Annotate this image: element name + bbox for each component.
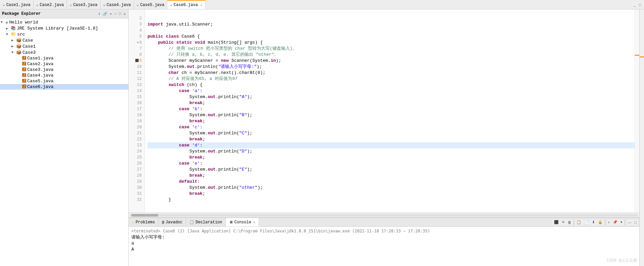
tree-item-hello-world[interactable]: ▼ ◈ Hello world (0, 19, 128, 26)
tab-case5[interactable]: ☕ Case5.java (134, 0, 168, 9)
tab-case3[interactable]: ☕ Case3.java (67, 0, 100, 9)
console-content: <terminated> Case6 (2) [Java Application… (129, 227, 639, 266)
link-editor-icon[interactable]: 🔗 (102, 11, 108, 16)
tab-case1[interactable]: ☕ Case1.java (0, 0, 34, 9)
tree-item-case[interactable]: ▶ 📦 Case (0, 37, 128, 43)
tab-label: Case4.java (107, 3, 131, 7)
separator (625, 220, 625, 225)
right-scrollbar[interactable] (635, 9, 639, 213)
code-content[interactable]: import java.util.Scanner; public class C… (145, 9, 635, 213)
tree-item-case1-java[interactable]: 🅹 Case1.java (0, 55, 128, 61)
package-explorer-header: Package Explorer ⬇ 🔗 ▾ — □ ✕ (0, 9, 128, 18)
tab-javadoc[interactable]: @ Javadoc (159, 218, 186, 226)
tree-item-case4-java[interactable]: 🅹 Case4.java (0, 73, 128, 78)
tree-item-case3-java[interactable]: 🅹 Case3.java (0, 67, 128, 73)
code-line: Scanner myScanner = new Scanner(System.i… (147, 58, 635, 64)
tree-item-case5-java[interactable]: 🅹 Case5.java (0, 78, 128, 84)
new-console-button[interactable]: + (606, 220, 611, 225)
hscroll-thumb[interactable] (131, 214, 158, 217)
tab-label: Case1.java (6, 3, 31, 7)
sidebar-toolbar: ⬇ 🔗 ▾ — □ ✕ (97, 11, 126, 16)
tree-item-jre[interactable]: ▶ 📚 JRE System Library [JavaSE-1.8] (0, 26, 128, 31)
code-line: // 使用 switch 把小写类型的 char 型转为大写(键盘输入)。 (147, 46, 635, 52)
tree-item-label: Case1.java (27, 56, 53, 61)
code-line: System.out.println("D"); (147, 148, 635, 154)
code-line: default: (147, 179, 635, 185)
code-line (147, 28, 635, 34)
code-line: } (147, 197, 635, 203)
code-line: public class Case6 { (147, 34, 635, 40)
code-line: break; (147, 118, 635, 124)
problems-icon: ⚠ (132, 220, 134, 224)
tab-label: Javadoc (166, 220, 182, 225)
tree-item-label: Case5.java (27, 79, 53, 84)
tree-item-case6-java[interactable]: 🅹 Case6.java (0, 84, 128, 90)
tab-declaration[interactable]: 📋 Declaration (186, 218, 226, 226)
tree-item-label: src (17, 32, 25, 37)
warning-marker (635, 55, 639, 56)
tree-item-src[interactable]: ▼ 📁 src (0, 31, 128, 37)
tab-close-icon[interactable]: ✕ (201, 3, 203, 7)
package-explorer-tree: ▼ ◈ Hello world ▶ 📚 JRE System Library [… (0, 18, 128, 266)
copy-button[interactable]: 📋 (575, 219, 583, 225)
code-line: case 'e': (147, 161, 635, 167)
scroll-lock-button[interactable]: 🔒 (597, 219, 604, 225)
tree-item-label: Case4.java (27, 73, 53, 78)
tree-item-case3[interactable]: ▼ 📦 Case3 (0, 49, 128, 55)
expand-icon: ▶ (6, 27, 11, 31)
tab-case2[interactable]: ☕ Case2.java (34, 0, 67, 9)
code-line: break; (147, 173, 635, 179)
tree-item-case1[interactable]: ▶ 📦 Case1 (0, 43, 128, 49)
code-line: case 'a': (147, 88, 635, 94)
pin-console-button[interactable]: 📌 (611, 219, 619, 225)
maximize-editor-button[interactable]: □ (638, 2, 643, 7)
console-output-line: 请输入小写字母: (131, 234, 637, 240)
java-file-icon: 🅹 (22, 79, 26, 84)
collapse-all-icon[interactable]: ⬇ (97, 11, 101, 16)
expand-icon: ▶ (11, 44, 16, 48)
horizontal-scrollbar[interactable] (129, 213, 639, 217)
java-file-icon: 🅹 (22, 84, 26, 89)
java-file-icon: ☕ (36, 3, 39, 7)
package-icon: 📦 (16, 38, 22, 43)
tab-label: Case2.java (40, 3, 64, 7)
tab-console[interactable]: 🖥 Console ✕ (226, 218, 259, 226)
code-line: switch (ch) { (147, 82, 635, 88)
tab-label: Case3.java (73, 3, 97, 7)
java-file-icon: ☕ (70, 3, 72, 7)
terminate-button[interactable]: ⬛ (553, 219, 560, 225)
minimize-icon[interactable]: — (114, 11, 117, 16)
maximize-panel-button[interactable]: □ (633, 220, 638, 225)
folder-icon: 📁 (11, 32, 16, 37)
tab-case6[interactable]: ☕ Case6.java ✕ (167, 0, 206, 9)
view-menu-icon[interactable]: ▾ (109, 11, 113, 16)
minimize-editor-button[interactable]: _ (632, 2, 637, 7)
tab-close-icon[interactable]: ✕ (253, 220, 255, 224)
console-output-line: a (131, 240, 637, 246)
javadoc-icon: @ (162, 220, 164, 224)
clear-console-button[interactable]: 🗑 (566, 220, 573, 225)
code-editor[interactable]: 2 3 4 5 ●6 7 8 ⬛9 10 11 12 13 14 15 16 1… (129, 9, 639, 213)
overview-ruler-marker (640, 56, 644, 57)
hscroll-track (130, 214, 638, 217)
java-file-icon: ☕ (3, 3, 5, 7)
paste-button[interactable]: 📄 (583, 219, 590, 225)
java-file-icon: ☕ (170, 3, 172, 7)
expand-icon: ▼ (11, 51, 16, 54)
maximize-icon[interactable]: □ (118, 11, 122, 16)
tree-item-label: Case2.java (27, 61, 53, 66)
console-terminated-line: <terminated> Case6 (2) [Java Application… (131, 228, 637, 234)
code-line: // 只转换 a, b, c, d, e. 其它的输出 "other"。 (147, 52, 635, 58)
code-line: System.out.println("A"); (147, 94, 635, 100)
close-panel-icon[interactable]: ✕ (123, 11, 126, 16)
line-gutter: 2 3 4 5 ●6 7 8 ⬛9 10 11 12 13 14 15 16 1… (129, 9, 145, 213)
tab-problems[interactable]: ⚠ Problems (129, 218, 159, 226)
scroll-end-button[interactable]: ⬇ (591, 219, 596, 225)
tree-item-case2-java[interactable]: 🅹 Case2.java (0, 61, 128, 67)
minimize-panel-button[interactable]: — (626, 220, 633, 225)
tab-label: Declaration (196, 220, 222, 225)
view-menu-button[interactable]: ▾ (619, 219, 624, 225)
remove-launch-button[interactable]: ✕ (560, 219, 566, 225)
tab-case4[interactable]: ☕ Case4.java (100, 0, 134, 9)
code-line: import java.util.Scanner; (147, 21, 635, 28)
